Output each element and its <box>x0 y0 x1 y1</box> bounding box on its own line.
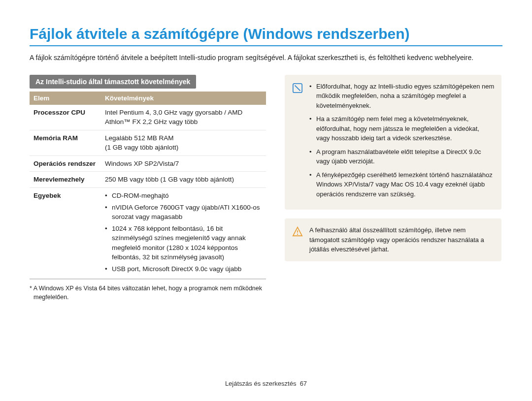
list-item: nVIDIA Geforce 7600GT vagy újabb/ATI X16… <box>105 203 262 222</box>
warning-icon <box>292 225 303 254</box>
list-item: A program használatbavétele előtt telepí… <box>309 147 495 166</box>
table-val: Intel Pentium 4, 3,0 GHz vagy gyorsabb /… <box>101 105 266 130</box>
svg-point-4 <box>297 234 298 235</box>
table-header-req: Követelmények <box>101 92 266 105</box>
list-item: 1024 x 768 képpont felbontású, 16 bit sz… <box>105 224 262 262</box>
table-val: Legalább 512 MB RAM(1 GB vagy több ajánl… <box>101 130 266 155</box>
list-item: Ha a számítógép nem felel meg a követelm… <box>309 114 495 143</box>
section-heading: Az Intelli-studio által támasztott követ… <box>30 75 196 89</box>
footnote-text: * A Windows XP és Vista 64 bites változa… <box>30 284 266 302</box>
page-title: Fájlok átvitele a számítógépre (Windows … <box>30 26 502 46</box>
table-val: Windows XP SP2/Vista/7 <box>101 155 266 172</box>
svg-line-1 <box>295 85 300 91</box>
intro-text: A fájlok számítógépre történő átvitele a… <box>30 53 502 63</box>
footer-page-number: 67 <box>300 380 307 387</box>
warning-note: A felhasználó által összeállított számít… <box>285 218 501 261</box>
footer-section: Lejátszás és szerkesztés <box>225 380 297 387</box>
table-row: Merevlemezhely 250 MB vagy több (1 GB va… <box>30 172 266 188</box>
table-row: Egyebek CD-ROM-meghajtó nVIDIA Geforce 7… <box>30 187 266 279</box>
warning-text: A felhasználó által összeállított számít… <box>309 225 495 254</box>
requirements-table: Elem Követelmények Processzor CPU Intel … <box>30 92 266 280</box>
table-row: Processzor CPU Intel Pentium 4, 3,0 GHz … <box>30 105 266 130</box>
table-row: Memória RAM Legalább 512 MB RAM(1 GB vag… <box>30 130 266 155</box>
left-column: Az Intelli-studio által támasztott követ… <box>30 75 266 302</box>
table-row: Operációs rendszer Windows XP SP2/Vista/… <box>30 155 266 172</box>
info-icon <box>292 82 303 203</box>
table-val: 250 MB vagy több (1 GB vagy több ajánlot… <box>101 172 266 188</box>
table-key: Processzor CPU <box>30 105 101 130</box>
table-key: Merevlemezhely <box>30 172 101 188</box>
info-note: Előfordulhat, hogy az Intelli-studio egy… <box>285 75 501 210</box>
table-key: Operációs rendszer <box>30 155 101 172</box>
table-key: Memória RAM <box>30 130 101 155</box>
table-header-item: Elem <box>30 92 101 105</box>
list-item: Előfordulhat, hogy az Intelli-studio egy… <box>309 82 495 111</box>
list-item: USB port, Microsoft DirectX 9.0c vagy új… <box>105 264 262 274</box>
table-val: CD-ROM-meghajtó nVIDIA Geforce 7600GT va… <box>101 187 266 279</box>
page-footer: Lejátszás és szerkesztés 67 <box>0 380 532 387</box>
list-item: CD-ROM-meghajtó <box>105 191 262 201</box>
right-column: Előfordulhat, hogy az Intelli-studio egy… <box>285 75 501 302</box>
list-item: A fényképezőgép cserélhető lemezként tör… <box>309 170 495 199</box>
table-key: Egyebek <box>30 187 101 279</box>
